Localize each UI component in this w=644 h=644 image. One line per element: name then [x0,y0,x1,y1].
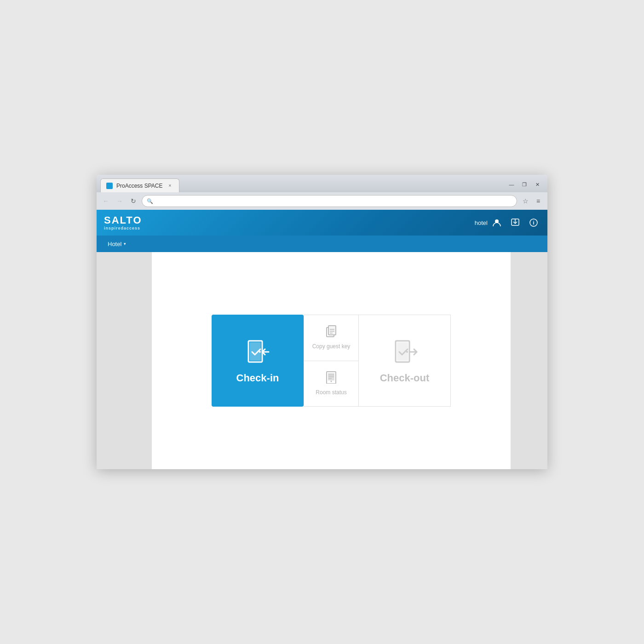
content-area: Check-in [152,252,511,469]
checkin-label: Check-in [236,372,279,384]
tab-favicon [106,183,113,189]
svg-text:i: i [533,220,534,225]
star-icon[interactable]: ☆ [520,196,531,207]
user-label: hotel [475,219,488,226]
download-icon[interactable] [509,216,522,229]
info-icon[interactable]: i [527,216,540,229]
sidebar-right [511,252,547,469]
copy-key-icon [325,325,338,340]
back-button[interactable]: ← [100,196,111,207]
app-wrapper: SALTO inspiredaccess hotel [97,210,547,469]
svg-rect-10 [328,326,336,335]
user-icon[interactable] [490,216,503,229]
hotel-nav-label: Hotel [108,241,121,247]
checkin-icon [243,337,272,367]
browser-window: ProAccess SPACE × — ❐ ✕ ← → ↻ 🔍 ☆ ≡ SALT… [97,175,547,469]
room-status-tile[interactable]: Room status [304,361,358,407]
forward-button[interactable]: → [114,196,125,207]
tab-title: ProAccess SPACE [116,183,162,189]
restore-button[interactable]: ❐ [518,179,531,190]
tab-bar: ProAccess SPACE × [100,178,505,192]
address-bar[interactable]: 🔍 [142,195,517,207]
app-navbar: Hotel ▾ [97,236,547,252]
toolbar-icons: ☆ ≡ [520,196,544,207]
browser-tab[interactable]: ProAccess SPACE × [100,178,179,192]
checkout-label: Check-out [380,372,430,384]
tab-close-button[interactable]: × [166,182,173,190]
salto-logo-text: SALTO [104,215,142,225]
svg-point-19 [331,380,332,382]
copy-guest-key-tile[interactable]: Copy guest key [304,315,358,361]
hotel-nav-item[interactable]: Hotel ▾ [102,236,132,252]
minimize-button[interactable]: — [505,179,518,190]
header-user: hotel [475,216,503,229]
app-header: SALTO inspiredaccess hotel [97,210,547,236]
app-main: Check-in [97,252,547,469]
close-button[interactable]: ✕ [531,179,544,190]
checkin-tile[interactable]: Check-in [212,315,304,407]
room-status-label: Room status [316,389,346,397]
app-header-right: hotel [475,216,540,229]
nav-dropdown-arrow: ▾ [124,242,126,246]
tiles-middle: Copy guest key [304,315,359,407]
salto-logo-sub: inspiredaccess [104,226,140,230]
checkout-icon [390,337,420,367]
tiles-container: Check-in [212,315,451,407]
copy-guest-key-label: Copy guest key [312,343,351,351]
svg-point-23 [406,351,408,353]
svg-point-8 [259,351,261,353]
sidebar-left [97,252,152,469]
address-search-icon: 🔍 [147,198,153,204]
browser-addressbar: ← → ↻ 🔍 ☆ ≡ [97,192,547,210]
menu-icon[interactable]: ≡ [533,196,544,207]
salto-logo: SALTO inspiredaccess [104,215,142,230]
browser-titlebar: ProAccess SPACE × — ❐ ✕ [97,175,547,192]
window-controls: — ❐ ✕ [505,179,544,190]
checkout-tile[interactable]: Check-out [359,315,451,407]
room-status-icon [325,371,337,386]
refresh-button[interactable]: ↻ [128,196,139,207]
